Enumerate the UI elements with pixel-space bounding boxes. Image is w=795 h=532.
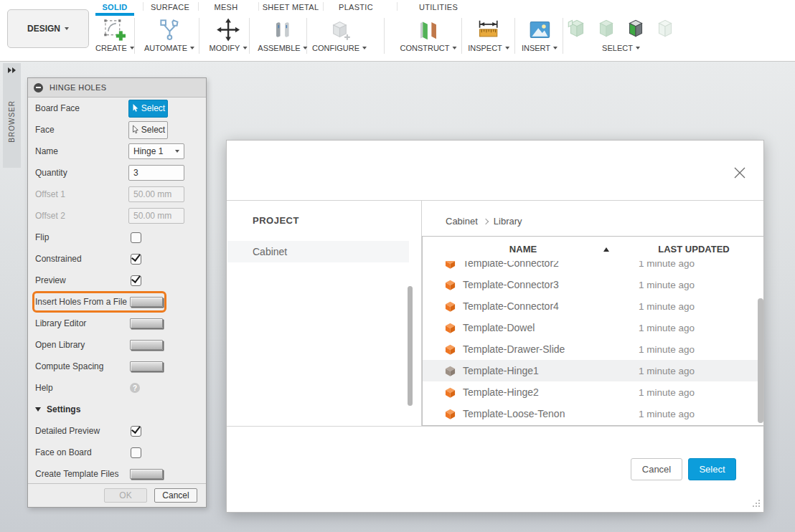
name-dropdown[interactable]: Hinge 1	[128, 143, 184, 159]
flip-checkbox[interactable]	[131, 232, 141, 243]
part-cube-icon	[445, 323, 456, 333]
insert-icon	[527, 16, 551, 42]
row-face: Face Select	[28, 119, 206, 141]
workspace-selector[interactable]: DESIGN	[7, 9, 89, 48]
chevron-down-icon	[505, 47, 509, 49]
inspect-icon	[477, 16, 501, 42]
tab-sheet-metal[interactable]: SHEET METAL	[263, 3, 319, 11]
table-row[interactable]: Template-Connector4 1 minute ago	[423, 295, 763, 317]
modify-icon	[217, 16, 240, 42]
compute-spacing-button[interactable]	[130, 361, 163, 371]
chevron-down-icon	[190, 47, 194, 49]
offset2-input[interactable]	[128, 208, 184, 224]
toolbar-group-create[interactable]: CREATE	[95, 16, 134, 52]
toolbar-group-inspect[interactable]: INSPECT	[468, 16, 509, 52]
resize-grip[interactable]	[752, 499, 761, 508]
construct-icon	[417, 16, 441, 42]
chevron-down-icon	[130, 47, 134, 49]
table-row[interactable]: Template-Connector2 1 minute ago	[423, 261, 763, 274]
breadcrumb-parent[interactable]: Cabinet	[446, 216, 478, 227]
select-active-cube-icon[interactable]	[624, 16, 647, 42]
dialog-cancel-button[interactable]: Cancel	[631, 458, 682, 480]
panel-header[interactable]: HINGE HOLES	[28, 78, 206, 98]
table-row[interactable]: Template-Loose-Tenon 1 minute ago	[423, 403, 763, 424]
offset1-input[interactable]	[128, 186, 184, 202]
row-compute-spacing: Compute Spacing	[28, 356, 206, 377]
board-face-label: Board Face	[35, 103, 128, 113]
select-corner-cube-icon[interactable]	[565, 16, 588, 42]
table-row[interactable]: Template-Drawer-Slide 1 minute ago	[423, 338, 763, 360]
part-cube-icon	[445, 261, 456, 269]
tab-plastic[interactable]: PLASTIC	[339, 3, 373, 11]
expand-browser-icon[interactable]	[8, 67, 17, 73]
close-icon[interactable]	[733, 166, 746, 179]
constrained-label: Constrained	[35, 254, 128, 264]
select-solid-cube-icon[interactable]	[595, 16, 618, 42]
dialog-select-button[interactable]: Select	[688, 458, 736, 480]
project-list-scrollbar[interactable]	[408, 286, 413, 406]
row-preview: Preview	[28, 270, 206, 291]
toolbar-group-assemble[interactable]: ASSEMBLE	[258, 16, 307, 52]
library-table: NAME LAST UPDATED Template-Connector2 1 …	[422, 236, 764, 426]
row-open-library: Open Library	[28, 334, 206, 356]
configure-icon	[328, 16, 352, 42]
configure-label: CONFIGURE	[312, 44, 359, 52]
select-outline-cube-icon[interactable]	[654, 16, 677, 42]
table-scrollbar[interactable]	[758, 298, 763, 423]
table-row[interactable]: Template-Hinge2 1 minute ago	[423, 381, 763, 403]
tab-solid[interactable]: SOLID	[102, 3, 127, 11]
toolbar-group-construct[interactable]: CONSTRUCT	[400, 16, 456, 52]
constrained-checkbox[interactable]	[131, 254, 141, 265]
collapse-panel-icon[interactable]	[34, 83, 43, 92]
tab-mesh[interactable]: MESH	[215, 3, 238, 11]
face-on-board-label: Face on Board	[35, 447, 128, 457]
footer-divider	[227, 426, 763, 427]
tab-utilities[interactable]: UTILITIES	[419, 3, 458, 11]
face-label: Face	[35, 125, 128, 135]
toolbar-group-configure[interactable]: CONFIGURE	[312, 16, 367, 52]
face-on-board-checkbox[interactable]	[131, 447, 141, 458]
toolbar-group-select[interactable]: SELECT	[565, 16, 677, 52]
column-header-name[interactable]: NAME	[509, 244, 537, 255]
face-select-button[interactable]: Select	[128, 121, 168, 139]
project-item-cabinet[interactable]: Cabinet	[227, 241, 409, 262]
name-label: Name	[35, 146, 128, 156]
open-library-button[interactable]	[130, 340, 163, 350]
column-header-last-updated[interactable]: LAST UPDATED	[658, 244, 729, 255]
browser-collapsed-tab[interactable]: BROWSER	[3, 63, 21, 168]
tab-surface[interactable]: SURFACE	[151, 3, 189, 11]
compute-spacing-label: Compute Spacing	[35, 361, 128, 371]
top-toolbar: DESIGN SOLID SURFACE MESH SHEET METAL PL…	[0, 0, 795, 62]
detailed-preview-checkbox[interactable]	[131, 426, 141, 437]
detailed-preview-label: Detailed Preview	[35, 426, 128, 436]
insert-label: INSERT	[522, 44, 550, 52]
chevron-down-icon	[453, 47, 457, 49]
library-editor-button[interactable]	[130, 318, 163, 328]
table-row[interactable]: Template-Hinge1 1 minute ago	[423, 360, 763, 381]
insert-holes-button[interactable]	[130, 297, 163, 307]
toolbar-group-insert[interactable]: INSERT	[522, 16, 558, 52]
offset1-label: Offset 1	[35, 189, 128, 199]
create-template-files-label: Create Template Files	[35, 469, 128, 479]
table-row[interactable]: Template-Dowel 1 minute ago	[423, 317, 763, 338]
settings-section-header[interactable]: Settings	[28, 399, 206, 420]
chevron-down-icon	[304, 47, 308, 49]
help-icon[interactable]: ?	[130, 383, 140, 393]
part-cube-icon	[445, 366, 456, 376]
ok-button[interactable]: OK	[104, 488, 147, 503]
insert-holes-label: Insert Holes From a File	[35, 297, 128, 307]
table-row[interactable]: Template-Connector3 1 minute ago	[423, 274, 763, 295]
cancel-button[interactable]: Cancel	[154, 488, 197, 503]
toolbar-group-modify[interactable]: MODIFY	[210, 16, 248, 52]
browser-tab-label: BROWSER	[8, 100, 16, 143]
create-label: CREATE	[95, 44, 127, 52]
quantity-input[interactable]	[128, 165, 184, 181]
board-face-select-button[interactable]: Select	[128, 100, 168, 118]
preview-checkbox[interactable]	[131, 275, 141, 286]
toolbar-group-automate[interactable]: AUTOMATE	[144, 16, 194, 52]
preview-label: Preview	[35, 275, 128, 285]
row-board-face: Board Face Select	[28, 98, 206, 119]
automate-label: AUTOMATE	[144, 44, 187, 52]
part-cube-icon	[445, 409, 456, 419]
create-template-files-button[interactable]	[130, 469, 163, 479]
